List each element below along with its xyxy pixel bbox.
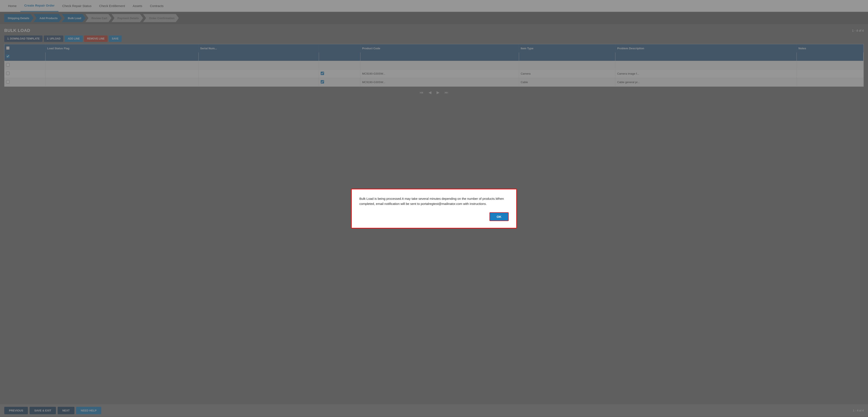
- modal-overlay: Bulk Load is being processed.It may take…: [0, 0, 868, 417]
- modal-footer: OK: [359, 212, 509, 221]
- modal-box: Bulk Load is being processed.It may take…: [351, 189, 517, 228]
- modal-message: Bulk Load is being processed.It may take…: [359, 196, 509, 206]
- ok-button[interactable]: OK: [490, 212, 509, 221]
